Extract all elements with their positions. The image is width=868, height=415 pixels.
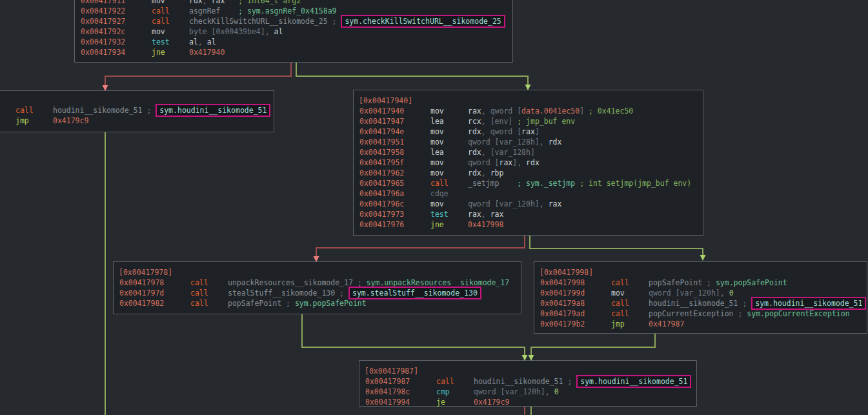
- asm-line-0x0041798c[interactable]: 0x0041798ccmpqword [var_120h], 0: [359, 387, 696, 397]
- address[interactable]: 0x0041799d: [534, 288, 611, 298]
- token-mem: qword [: [490, 106, 521, 116]
- token-reg: al: [189, 37, 198, 46]
- asm-line-0x00417958[interactable]: 0x00417958leardx, [var_128h]: [354, 147, 703, 157]
- asm-line-0x0041794e[interactable]: 0x0041794emovrdx, qword [rax]: [354, 127, 703, 137]
- operands: 0x417940: [189, 48, 225, 57]
- asm-line-0x004179b2[interactable]: 0x004179b2jmp0x417987: [534, 319, 867, 329]
- asm-line-0x00417911[interactable]: 0x00417911movrdx, rax ; int64_t arg2: [75, 0, 512, 6]
- asm-line-0x00417982[interactable]: 0x00417982callpopSafePoint ; sym.popSafe…: [114, 298, 521, 309]
- token-mem: qword [var_120h]: [474, 387, 545, 396]
- token-reg: rax: [468, 106, 481, 116]
- address[interactable]: 0x00417911: [75, 0, 152, 6]
- address[interactable]: 0x00417951: [354, 137, 430, 147]
- mnemonic: jne: [430, 219, 468, 230]
- token-fn: asgnRef: [189, 6, 220, 15]
- address[interactable]: 0x00417973: [354, 209, 430, 219]
- mnemonic: call: [152, 16, 189, 26]
- operands: al, al: [189, 37, 216, 46]
- asm-line-0x00417947[interactable]: 0x00417947learcx, [env] ; jmp_buf env: [354, 116, 703, 127]
- search-highlight: sym.houdini__sikomode_51: [576, 375, 691, 388]
- address[interactable]: 0x00417965: [354, 178, 430, 188]
- address[interactable]: 0x0041794e: [354, 127, 430, 137]
- address[interactable]: 0x00417927: [75, 16, 152, 26]
- graph-canvas[interactable]: 0x00417911movrdx, rax ; int64_t arg20x00…: [0, 0, 868, 415]
- address[interactable]: 0x00417962: [354, 168, 430, 178]
- token-pn: [499, 179, 517, 188]
- basic-block-0x00417940[interactable]: [0x00417940]0x00417940movrax, qword [dat…: [353, 90, 703, 236]
- token-cmt: ; 0x41ec50: [589, 106, 633, 116]
- operands: 0x4179c9: [474, 398, 509, 407]
- token-mem: qword [: [468, 158, 499, 167]
- address[interactable]: 0x00417978: [114, 278, 190, 288]
- address[interactable]: 0x0041798c: [359, 387, 436, 397]
- address[interactable]: 0x00417998: [534, 278, 611, 288]
- address[interactable]: 0x004179a8: [534, 298, 611, 309]
- token-imm: 0: [554, 387, 559, 396]
- asm-line-0x00417962[interactable]: 0x00417962movrdx, rbp: [354, 168, 703, 178]
- asm-line-0x004179ad[interactable]: 0x004179adcallpopCurrentException ; sym.…: [534, 309, 867, 319]
- asm-line-left-houdini[interactable]: jmp0x4179c9: [0, 116, 274, 126]
- token-pn: ,: [481, 117, 490, 126]
- block-header-0x00417978: [0x00417978]: [114, 267, 521, 278]
- token-fn: popSafePoint: [649, 278, 702, 287]
- asm-line-0x0041797d[interactable]: 0x0041797dcallstealStuff__sikomode_130 ;…: [114, 288, 521, 298]
- asm-line-0x00417987[interactable]: 0x00417987callhoudini__sikomode_51 ; sym…: [359, 376, 696, 387]
- operands: popSafePoint ; sym.popSafePoint: [649, 278, 787, 287]
- basic-block-0x00417978[interactable]: [0x00417978]0x00417978callunpackResource…: [113, 261, 521, 314]
- address[interactable]: 0x004179b2: [534, 319, 611, 329]
- operands: unpackResources__sikomode_17 ; sym.unpac…: [228, 278, 509, 287]
- address[interactable]: 0x0041796a: [354, 188, 430, 199]
- address[interactable]: 0x00417940: [354, 106, 430, 116]
- address[interactable]: 0x0041795f: [354, 157, 430, 168]
- operands: rax, qword [data.0041ec50] ; 0x41ec50: [468, 106, 633, 116]
- address[interactable]: 0x0041797d: [114, 288, 190, 298]
- asm-line-0x0041796a[interactable]: 0x0041796acdqe: [354, 188, 703, 199]
- address[interactable]: 0x0041796c: [354, 199, 430, 209]
- address[interactable]: 0x00417982: [114, 298, 190, 309]
- address[interactable]: 0x00417958: [354, 147, 430, 157]
- token-fn: houdini__sikomode_51: [649, 299, 738, 308]
- asm-line-0x00417934[interactable]: 0x00417934jne0x417940: [75, 47, 512, 57]
- asm-line-0x00417932[interactable]: 0x00417932testal, al: [75, 37, 512, 47]
- basic-block-0x00417998[interactable]: [0x00417998]0x00417998callpopSafePoint ;…: [534, 261, 867, 334]
- token-flag: sym.popSafePoint: [295, 299, 367, 308]
- address[interactable]: 0x00417947: [354, 116, 430, 127]
- asm-line-0x00417965[interactable]: 0x00417965call_setjmp ; sym._setjmp ; in…: [354, 178, 703, 188]
- address[interactable]: 0x004179ad: [534, 309, 611, 319]
- asm-line-0x00417976[interactable]: 0x00417976jne0x417998: [354, 219, 703, 230]
- address[interactable]: 0x00417987: [359, 376, 436, 387]
- token-flag: sym.popCurrentException: [747, 309, 849, 318]
- token-imm: 0: [729, 288, 734, 298]
- address[interactable]: 0x00417976: [354, 219, 430, 230]
- token-mem: qword [var_128h]: [468, 137, 540, 147]
- basic-block-entry[interactable]: 0x00417911movrdx, rax ; int64_t arg20x00…: [74, 0, 513, 63]
- asm-line-0x0041795f[interactable]: 0x0041795fmovqword [rax], rdx: [354, 157, 703, 168]
- address[interactable]: 0x00417922: [75, 6, 152, 16]
- token-mem: qword [var_120h]: [649, 288, 720, 298]
- mnemonic: jmp: [611, 319, 649, 329]
- asm-line-0x00417998[interactable]: 0x00417998callpopSafePoint ; sym.popSafe…: [534, 278, 867, 288]
- asm-line-0x0041792c[interactable]: 0x0041792cmovbyte [0x00439be4], al: [75, 26, 512, 37]
- asm-line-0x00417927[interactable]: 0x00417927callcheckKillSwitchURL__sikomo…: [75, 16, 512, 26]
- token-loc: 0x417998: [468, 220, 503, 229]
- asm-line-left-houdini[interactable]: callhoudini__sikomode_51 ; sym.houdini__…: [0, 105, 274, 116]
- token-reg: al: [207, 37, 216, 46]
- asm-line-0x00417940[interactable]: 0x00417940movrax, qword [data.0041ec50] …: [354, 106, 703, 116]
- basic-block-0x00417987[interactable]: [0x00417987]0x00417987callhoudini__sikom…: [359, 360, 697, 407]
- basic-block-left-houdini[interactable]: callhoudini__sikomode_51 ; sym.houdini__…: [0, 90, 274, 132]
- mnemonic: call: [15, 105, 53, 116]
- mnemonic: je: [436, 397, 474, 407]
- address[interactable]: 0x0041792c: [75, 26, 152, 37]
- search-highlight: sym.houdini__sikomode_51: [156, 104, 270, 117]
- asm-line-0x00417951[interactable]: 0x00417951movqword [var_128h], rdx: [354, 137, 703, 147]
- asm-line-0x00417994[interactable]: 0x00417994je0x4179c9: [359, 397, 696, 407]
- token-fn: popSafePoint: [228, 299, 281, 308]
- address[interactable]: 0x00417994: [359, 397, 436, 407]
- operands: houdini__sikomode_51 ; sym.houdini__siko…: [474, 375, 691, 388]
- address[interactable]: 0x00417934: [75, 47, 152, 57]
- asm-line-0x004179a8[interactable]: 0x004179a8callhoudini__sikomode_51 ; sym…: [534, 298, 867, 309]
- asm-line-0x0041796c[interactable]: 0x0041796cmovqword [var_120h], rax: [354, 199, 703, 209]
- asm-line-0x00417973[interactable]: 0x00417973testrax, rax: [354, 209, 703, 219]
- address[interactable]: 0x00417932: [75, 37, 152, 47]
- mnemonic: call: [152, 6, 189, 16]
